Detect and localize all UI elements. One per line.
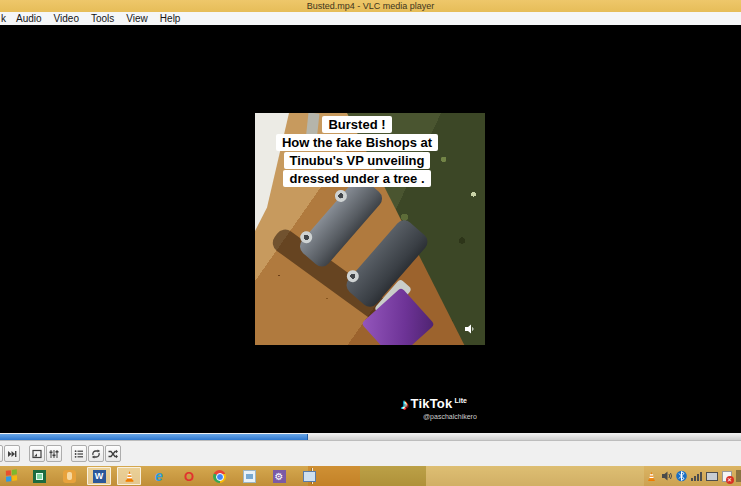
taskbar: W e O <box>0 466 741 486</box>
chrome-icon <box>213 470 226 483</box>
internet-explorer-icon: e <box>155 470 163 483</box>
fullscreen-icon <box>32 449 42 459</box>
tray-display[interactable] <box>704 466 719 486</box>
tray-action-flag[interactable] <box>719 466 734 486</box>
video-caption: Bursted ! How the fake Bishops at Tinubu… <box>255 116 472 188</box>
taskbar-app-gear[interactable]: ⚙ <box>264 466 294 486</box>
extended-settings-button[interactable] <box>46 445 62 462</box>
tiktok-watermark: ♪ TikTok Lite @paschalchikero <box>401 396 487 420</box>
opera-icon: O <box>184 470 194 483</box>
playback-buttons <box>0 445 122 462</box>
video-area[interactable]: Bursted ! How the fake Bishops at Tinubu… <box>0 25 741 433</box>
equalizer-icon <box>49 449 59 459</box>
seek-fill <box>0 434 308 440</box>
vlc-cone-icon <box>646 471 657 482</box>
random-button[interactable] <box>105 445 121 462</box>
loop-icon <box>91 449 101 459</box>
wallpaper-patch <box>426 466 644 486</box>
playlist-icon <box>74 449 84 459</box>
taskbar-app-word[interactable]: W <box>84 466 114 486</box>
taskbar-apps: W e O <box>0 466 324 486</box>
window-title: Busted.mp4 - VLC media player <box>307 1 435 11</box>
tiktok-lite-label: Lite <box>454 397 466 404</box>
windows-logo-icon <box>6 469 18 483</box>
cutoff-button[interactable] <box>0 445 3 462</box>
start-button[interactable] <box>0 466 24 486</box>
display-icon <box>303 471 316 482</box>
menu-view[interactable]: View <box>120 12 154 25</box>
taskbar-app-photos[interactable] <box>234 466 264 486</box>
tray-cutoff-icon <box>736 470 741 482</box>
bluetooth-icon <box>676 470 687 482</box>
menu-playback-cutoff[interactable]: k <box>0 12 10 25</box>
taskbar-app-opera[interactable]: O <box>174 466 204 486</box>
wallpaper-patch <box>360 466 426 486</box>
taskbar-app-excel[interactable] <box>24 466 54 486</box>
tray-vlc[interactable] <box>644 466 659 486</box>
video-frame[interactable]: Bursted ! How the fake Bishops at Tinubu… <box>255 113 485 345</box>
tray-bluetooth[interactable] <box>674 466 689 486</box>
caption-line: Tinubu's VP unveiling <box>284 152 431 169</box>
network-signal-icon <box>691 472 702 481</box>
active-app-highlight: W <box>87 467 111 485</box>
gear-icon: ⚙ <box>273 470 286 483</box>
tiktok-handle: @paschalchikero <box>423 413 487 420</box>
flag-error-icon <box>722 471 732 482</box>
vlc-window: Busted.mp4 - VLC media player k Audio Vi… <box>0 0 741 486</box>
taskbar-app-vlc[interactable] <box>114 466 144 486</box>
caption-line: Bursted ! <box>322 116 391 133</box>
taskbar-app-orange[interactable] <box>54 466 84 486</box>
vlc-cone-icon <box>123 470 136 483</box>
tray-network[interactable] <box>689 466 704 486</box>
volume-icon <box>661 470 673 482</box>
tray-volume[interactable] <box>659 466 674 486</box>
menu-bar: k Audio Video Tools View Help <box>0 12 741 25</box>
next-button[interactable] <box>4 445 20 462</box>
system-tray <box>644 466 741 486</box>
caption-line: How the fake Bishops at <box>276 134 438 151</box>
taskbar-app-display[interactable] <box>294 466 324 486</box>
control-bar <box>0 433 741 466</box>
taskbar-app-internet-explorer[interactable]: e <box>144 466 174 486</box>
excel-icon <box>33 470 46 483</box>
titlebar[interactable]: Busted.mp4 - VLC media player <box>0 0 741 12</box>
word-icon: W <box>93 470 106 483</box>
menu-help[interactable]: Help <box>154 12 187 25</box>
menu-video[interactable]: Video <box>48 12 85 25</box>
seek-bar[interactable] <box>0 434 741 441</box>
speaker-icon <box>464 321 476 333</box>
shuffle-icon <box>108 449 118 459</box>
photos-icon <box>243 470 256 483</box>
taskbar-app-chrome[interactable] <box>204 466 234 486</box>
fullscreen-button[interactable] <box>29 445 45 462</box>
playlist-button[interactable] <box>71 445 87 462</box>
display-icon <box>706 472 718 481</box>
menu-audio[interactable]: Audio <box>10 12 48 25</box>
caption-line: dressed under a tree . <box>283 170 430 187</box>
active-app-highlight <box>117 467 141 485</box>
orange-app-icon <box>63 470 76 483</box>
loop-button[interactable] <box>88 445 104 462</box>
tiktok-brand-text: TikTok <box>411 396 453 412</box>
next-icon <box>7 449 17 459</box>
tiktok-note-icon: ♪ <box>401 396 409 412</box>
menu-tools[interactable]: Tools <box>85 12 120 25</box>
